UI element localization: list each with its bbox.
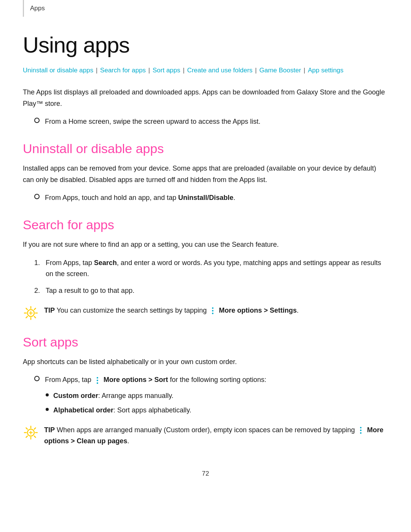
num-2: 2. [34,285,46,297]
dot-icon-1 [46,393,49,396]
bullet-circle-icon-2 [34,194,40,199]
nav-link-folders[interactable]: Create and use folders [187,67,253,74]
svg-line-6 [34,316,36,318]
svg-line-8 [26,316,28,318]
intro-bullet: From a Home screen, swipe the screen upw… [34,116,388,128]
bullet-circle-icon-3 [34,376,40,381]
nav-link-search[interactable]: Search for apps [100,67,146,74]
tip-2-text: TIP When apps are arranged manually (Cus… [44,425,388,447]
uninstall-body: Installed apps can be removed from your … [23,163,388,185]
uninstall-bullet-text: From Apps, touch and hold an app, and ta… [45,192,235,204]
tip-box-1: TIP You can customize the search setting… [23,305,388,321]
more-options-icon-3 [357,426,364,435]
breadcrumb: Apps [23,0,388,17]
sub-bullet-2-text: Alphabetical order: Sort apps alphabetic… [53,405,191,416]
sub-bullet-1-text: Custom order: Arrange apps manually. [53,390,174,402]
sort-bullet: From Apps, tap More options > Sort for t… [34,374,388,386]
svg-line-16 [26,428,28,429]
more-options-icon-2 [94,376,101,385]
tip-icon-1 [23,305,39,321]
sort-body: App shortcuts can be listed alphabetical… [23,356,388,368]
intro-paragraph: The Apps list displays all preloaded and… [23,87,388,109]
page-title: Using apps [23,32,388,58]
tip-1-text: TIP You can customize the search setting… [44,305,388,316]
svg-line-17 [34,436,36,438]
tip-1-label: TIP [44,307,55,314]
search-body: If you are not sure where to find an app… [23,239,388,251]
nav-link-game[interactable]: Game Booster [260,67,301,74]
numbered-item-1-text: From Apps, tap Search, and enter a word … [46,257,388,280]
section-heading-search: Search for apps [23,217,388,232]
svg-line-18 [34,428,36,429]
tip-box-2: TIP When apps are arranged manually (Cus… [23,425,388,447]
nav-link-appsettings[interactable]: App settings [308,67,344,74]
nav-link-uninstall[interactable]: Uninstall or disable apps [23,67,93,74]
sort-bullet-text: From Apps, tap More options > Sort for t… [45,374,266,386]
nav-links: Uninstall or disable apps | Search for a… [23,65,388,76]
dot-icon-2 [46,408,49,411]
intro-bullet-text: From a Home screen, swipe the screen upw… [45,116,260,128]
uninstall-bullet: From Apps, touch and hold an app, and ta… [34,192,388,204]
num-1: 1. [34,257,46,269]
svg-line-5 [26,308,28,310]
nav-link-sort[interactable]: Sort apps [153,67,180,74]
breadcrumb-label: Apps [30,5,45,12]
bullet-circle-icon [34,118,40,123]
svg-line-19 [26,436,28,438]
section-heading-uninstall: Uninstall or disable apps [23,141,388,156]
search-numbered-list: 1. From Apps, tap Search, and enter a wo… [34,257,388,297]
numbered-item-2-text: Tap a result to go to that app. [46,285,134,297]
sub-bullet-1: Custom order: Arrange apps manually. [46,390,388,402]
svg-line-7 [34,308,36,310]
numbered-item-2: 2. Tap a result to go to that app. [34,285,388,297]
section-heading-sort: Sort apps [23,335,388,350]
sub-bullet-2: Alphabetical order: Sort apps alphabetic… [46,405,388,416]
more-options-icon-1 [209,307,216,315]
page-number: 72 [23,470,388,478]
tip-2-label: TIP [44,426,55,434]
numbered-item-1: 1. From Apps, tap Search, and enter a wo… [34,257,388,280]
tip-icon-2 [23,425,39,441]
